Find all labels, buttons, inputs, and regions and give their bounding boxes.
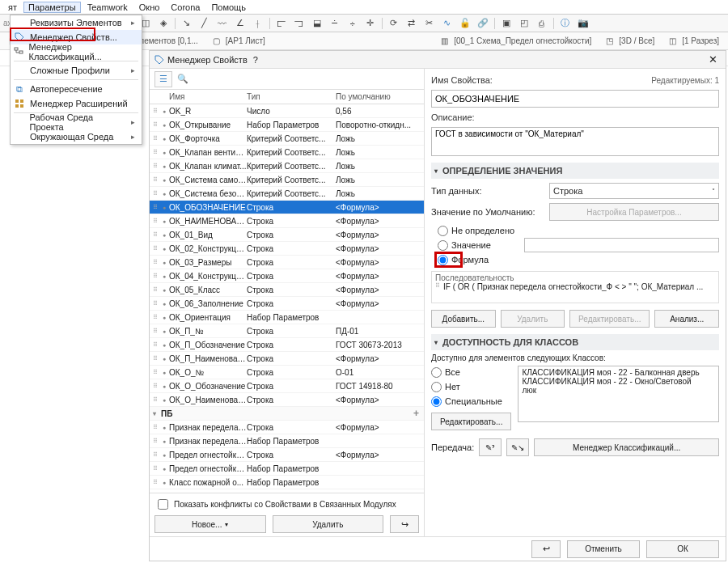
tb-print[interactable]: ⎙ [534,16,550,31]
search-icon[interactable]: 🔍 [176,74,190,84]
property-row[interactable]: ⠿●Признак передела ...Набор Параметров [150,434,424,448]
tb-align1[interactable]: ⫍ [273,16,290,31]
property-row[interactable]: ⠿●ОК_О_№СтрокаО-01 [150,366,424,379]
property-row[interactable]: ⠿●ОК_04_Конструкци...Строка<Формула> [150,269,424,283]
tb-line[interactable]: ╱ [197,16,213,31]
group-row[interactable]: ▾ПБ+ [150,407,424,421]
menu-help[interactable]: Помощь [206,2,251,13]
transfer-right-button[interactable]: ↪ [390,515,419,533]
show-conflicts-checkbox[interactable]: Показать конфликты со Свойствами в Связа… [154,497,419,512]
tb-view2[interactable]: ◰ [516,16,532,31]
property-row[interactable]: ⠿●ОК_06_ЗаполнениеСтрока<Формула> [150,297,424,311]
property-row[interactable]: ⠿●ОК_Клапан вентил...Критерий Соответс..… [150,146,424,159]
description-input[interactable] [431,127,719,156]
new-button[interactable]: Новое... ▾ [154,515,266,533]
opt-formula[interactable]: Формула [438,253,514,266]
tb-tag[interactable]: ◈ [155,16,171,31]
property-row[interactable]: ⠿●ОК_ОткрываниеНабор ПараметровПоворотно… [150,118,424,132]
dd-extension-manager[interactable]: Менеджер Расширений [11,96,142,111]
dd-complex-profiles[interactable]: Сложные Профили▸ [11,63,142,78]
tab-ar1[interactable]: ▢[АР1 Лист] [207,34,271,49]
pick-button[interactable]: ✎ˀ [479,438,502,456]
close-button[interactable]: ✕ [705,53,721,66]
help-button[interactable]: ? [248,55,264,65]
tb-mirror[interactable]: ⇄ [404,16,420,31]
property-row[interactable]: ⠿●Признак передела ...Строка<Формула> [150,421,424,434]
property-name-input[interactable] [431,90,719,108]
add-button[interactable]: Добавить... [431,310,496,328]
tb-link[interactable]: 🔗 [475,16,491,31]
tb-angle[interactable]: ∠ [232,16,248,31]
tb-align4[interactable]: ∸ [327,16,343,31]
menu-teamwork[interactable]: Teamwork [83,2,133,13]
property-row[interactable]: ⠿●ОК_П_ОбозначениеСтрокаГОСТ 30673-2013 [150,338,424,352]
list-view-button[interactable]: ☰ [154,71,172,87]
property-list[interactable]: ⠿●OK_RЧисло0,56⠿●ОК_ОткрываниеНабор Пара… [150,104,424,493]
property-row[interactable]: ⠿●ОК_П_Наименован...Строка<Формула> [150,352,424,366]
property-row[interactable]: ⠿●ОК_02_Конструкци...Строка<Формула> [150,242,424,256]
property-row[interactable]: ⠿●OK_RЧисло0,56 [150,104,424,118]
value-input[interactable] [524,238,719,252]
tab-section[interactable]: ◫[1 Разрез] [663,34,725,49]
property-row[interactable]: ⠿●ОК_Клапан климат...Критерий Соответс..… [150,159,424,173]
apply-button[interactable]: ✎↘ [506,438,529,456]
classes-list[interactable]: КЛАССИФИКАЦИЯ моя - 22 - Балконная дверь… [518,366,719,422]
menu-parameters[interactable]: Параметры [23,2,81,13]
menu-corona[interactable]: Corona [166,2,205,13]
tb-view1[interactable]: ▣ [498,16,514,31]
dd-element-attributes[interactable]: Реквизиты Элементов▸ [11,15,142,30]
property-row[interactable]: ⠿●ОК_Система самов...Критерий Соответс..… [150,173,424,187]
dd-autointersect[interactable]: ⧉ Автопересечение [11,82,142,96]
tb-align5[interactable]: ÷ [345,16,361,31]
cancel-button[interactable]: Отменить [567,540,640,558]
datatype-select[interactable]: Строка˅ [549,183,719,199]
checkbox[interactable] [158,499,168,510]
col-default[interactable]: По умолчанию [336,92,424,101]
property-row[interactable]: ⠿●ОК_О_Наименован...Строка<Формула> [150,393,424,407]
tb-unlock[interactable]: 🔓 [457,16,473,31]
property-row[interactable]: ⠿●ОК_Система безоп...Критерий Соответс..… [150,187,424,201]
property-row[interactable]: ⠿●Предел огнестойко...Строка<Формула> [150,448,424,462]
tb-info[interactable]: ⓘ [557,16,574,31]
tb-arrow[interactable]: ↘ [179,16,195,31]
menu-yat[interactable]: ят [3,2,22,13]
property-row[interactable]: ⠿●ОК_01_ВидСтрока<Формула> [150,228,424,242]
transfer-left-button[interactable]: ↩ [531,540,561,558]
tb-crosshair[interactable]: ✛ [362,16,379,31]
opt-value[interactable]: Значение [438,239,514,252]
section-availability[interactable]: ▾ДОСТУПНОСТЬ ДЛЯ КЛАССОВ [431,334,719,350]
dd-classification-manager[interactable]: Менеджер Классификаций... [11,44,142,59]
property-row[interactable]: ⠿●ОК_НАИМЕНОВАН...Строка<Формула> [150,214,424,228]
property-row[interactable]: ⠿●ОК_ОриентацияНабор Параметров [150,311,424,324]
ok-button[interactable]: ОК [646,540,719,558]
delete-button[interactable]: Удалить [273,515,384,533]
tb-measure[interactable]: ⟊ [250,16,266,31]
dd-work-environment[interactable]: Рабочая Среда Проекта▸ [11,115,142,129]
edit-classes-button[interactable]: Редактировать... [431,413,511,430]
menu-window[interactable]: Окно [134,2,165,13]
tb-camera[interactable]: 📷 [575,16,591,31]
property-row[interactable]: ⠿●Класс пожарной о...Набор Параметров [150,476,424,489]
sequence-row[interactable]: ⠿IF ( OR ( Признак передела огнестойкост… [435,282,715,291]
tb-spline[interactable]: ∿ [439,16,455,31]
tb-curve[interactable]: 〰 [214,16,231,31]
opt-special[interactable]: Специальные [431,395,511,408]
property-row[interactable]: ⠿●ОК_03_РазмерыСтрока<Формула> [150,256,424,269]
col-name[interactable]: Имя [169,92,247,101]
tb-rotate[interactable]: ⟳ [386,16,402,31]
tab-scheme[interactable]: ▥[00_1 Схема_Предел огнестойкости] [435,34,597,49]
property-row[interactable]: ⠿●ОК_О_ОбозначениеСтрокаГОСТ 14918-80 [150,379,424,393]
property-row[interactable]: ⠿●ОК_05_КлассСтрока<Формула> [150,283,424,297]
analyze-button[interactable]: Анализ... [654,310,719,328]
property-row[interactable]: ⠿●Предел огнестойко...Набор Параметров [150,462,424,476]
opt-all[interactable]: Все [431,366,511,379]
opt-undefined[interactable]: Не определено [438,224,514,237]
col-type[interactable]: Тип [247,92,336,101]
tab-3d[interactable]: ◳[3D / Все] [600,34,660,49]
tb-trim[interactable]: ✂ [421,16,438,31]
property-row[interactable]: ⠿●ОК_П_№СтрокаПД-01 [150,324,424,338]
property-row[interactable]: ⠿●ОК_ФорточкаКритерий Соответс...Ложь [150,132,424,146]
opt-none[interactable]: Нет [431,380,511,393]
classification-manager-button[interactable]: Менеджер Классификаций... [534,438,719,456]
section-value-definition[interactable]: ▾ОПРЕДЕЛЕНИЕ ЗНАЧЕНИЯ [431,163,719,179]
